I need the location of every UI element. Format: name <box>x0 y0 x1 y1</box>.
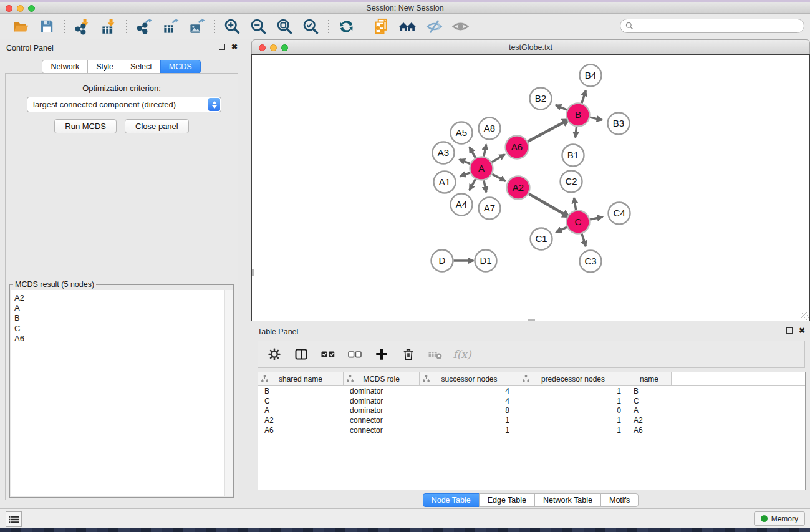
apply-layout-icon[interactable] <box>336 16 356 36</box>
zoom-in-icon[interactable] <box>222 16 242 36</box>
run-mcds-button[interactable]: Run MCDS <box>54 119 117 133</box>
cell-shared-name[interactable]: A6 <box>258 426 344 435</box>
close-panel-icon[interactable]: ✖ <box>231 44 238 50</box>
graph-node-B1[interactable]: B1 <box>562 145 584 167</box>
delete-column-icon[interactable] <box>400 346 417 362</box>
mcds-result-item[interactable]: B <box>14 313 233 323</box>
column-header-successor-nodes[interactable]: successor nodes <box>420 372 519 385</box>
hide-graphics-details-icon[interactable] <box>424 16 444 36</box>
cell-successor-nodes[interactable]: 4 <box>420 387 519 395</box>
memory-button[interactable]: Memory <box>754 511 805 526</box>
cell-successor-nodes[interactable]: 1 <box>420 426 519 435</box>
cell-predecessor-nodes[interactable]: 1 <box>519 426 627 435</box>
graph-node-C1[interactable]: C1 <box>531 228 552 250</box>
cell-name[interactable]: B <box>627 387 672 395</box>
table-row[interactable]: A2connector11A2 <box>258 415 805 425</box>
export-table-icon[interactable] <box>160 16 180 36</box>
criterion-dropdown[interactable]: largest connected component (directed) <box>27 97 221 112</box>
cell-successor-nodes[interactable]: 8 <box>420 406 519 415</box>
cell-shared-name[interactable]: A2 <box>258 416 344 425</box>
delete-table-icon[interactable] <box>427 346 443 362</box>
graph-node-C2[interactable]: C2 <box>561 171 582 193</box>
graph-edge-A-A3[interactable] <box>460 160 470 164</box>
cell-name[interactable]: A6 <box>627 426 672 435</box>
cell-name[interactable]: C <box>627 397 672 405</box>
cell-predecessor-nodes[interactable]: 0 <box>519 406 627 415</box>
split-view-icon[interactable] <box>293 346 309 362</box>
graph-node-B4[interactable]: B4 <box>580 65 602 87</box>
add-column-icon[interactable] <box>374 346 390 362</box>
graph-node-A[interactable]: A <box>470 157 493 180</box>
graph-node-B3[interactable]: B3 <box>608 113 630 135</box>
table-row[interactable]: Cdominator41C <box>258 396 805 406</box>
cell-shared-name[interactable]: C <box>258 397 344 405</box>
column-header-mcds-role[interactable]: MCDS role <box>344 372 420 385</box>
close-table-panel-icon[interactable]: ✖ <box>799 327 805 334</box>
graph-edge-A-A7[interactable] <box>484 180 486 192</box>
export-network-icon[interactable] <box>134 16 154 36</box>
tab-node-table[interactable]: Node Table <box>423 493 480 507</box>
network-window-titlebar[interactable]: testGlobe.txt <box>251 39 810 54</box>
cell-mcds-role[interactable]: dominator <box>344 387 420 395</box>
table-settings-icon[interactable] <box>266 346 282 362</box>
graph-node-A5[interactable]: A5 <box>451 122 473 144</box>
cell-predecessor-nodes[interactable]: 1 <box>519 387 627 395</box>
graph-node-A4[interactable]: A4 <box>451 194 473 216</box>
graph-edge-A-A8[interactable] <box>484 145 486 157</box>
mcds-result-list[interactable]: A2ABCA6 <box>11 290 233 496</box>
close-panel-button[interactable]: Close panel <box>125 119 189 133</box>
graph-edge-A6-B[interactable] <box>528 119 569 142</box>
mcds-result-item[interactable]: A2 <box>14 293 233 303</box>
graph-edge-A-A2[interactable] <box>492 174 506 181</box>
table-row[interactable]: A6connector11A6 <box>258 425 805 435</box>
cell-mcds-role[interactable]: connector <box>344 426 420 435</box>
graph-edge-A-A5[interactable] <box>470 147 476 158</box>
graph-edge-B-B4[interactable] <box>582 90 586 104</box>
tab-network[interactable]: Network <box>42 60 88 74</box>
graph-edge-B-B3[interactable] <box>590 117 602 120</box>
window-resize-grip[interactable] <box>801 312 809 320</box>
open-session-icon[interactable] <box>11 16 31 36</box>
graph-node-A8[interactable]: A8 <box>479 118 501 140</box>
graph-edge-A2-C[interactable] <box>529 194 570 218</box>
cell-predecessor-nodes[interactable]: 1 <box>519 397 627 405</box>
cell-successor-nodes[interactable]: 1 <box>420 416 519 425</box>
graph-edge-C-C3[interactable] <box>582 234 586 247</box>
graph-edge-B-B1[interactable] <box>576 127 577 137</box>
tab-style[interactable]: Style <box>87 60 122 74</box>
mcds-result-item[interactable]: C <box>14 324 233 334</box>
clone-network-icon[interactable] <box>372 16 392 36</box>
search-input[interactable] <box>634 19 804 32</box>
search-field[interactable] <box>620 19 804 33</box>
cell-shared-name[interactable]: B <box>258 387 344 395</box>
float-table-panel-icon[interactable] <box>786 327 793 334</box>
first-neighbors-icon[interactable] <box>398 16 418 36</box>
graph-edge-A-A6[interactable] <box>492 155 505 162</box>
cell-successor-nodes[interactable]: 4 <box>420 397 519 405</box>
graph-edge-C-C1[interactable] <box>556 227 567 232</box>
task-history-button[interactable] <box>6 511 22 527</box>
cell-mcds-role[interactable]: dominator <box>344 406 420 415</box>
cell-mcds-role[interactable]: connector <box>344 416 420 425</box>
column-header-shared-name[interactable]: shared name <box>258 372 344 385</box>
mcds-result-item[interactable]: A <box>14 303 233 313</box>
graph-edge-B-B2[interactable] <box>556 105 567 110</box>
apply-function-icon[interactable]: f(x) <box>454 346 470 362</box>
graph-node-C3[interactable]: C3 <box>580 251 602 273</box>
select-all-icon[interactable] <box>320 346 336 362</box>
graph-edge-A-A4[interactable] <box>470 179 476 190</box>
column-header-name[interactable]: name <box>627 372 672 385</box>
graph-node-A2[interactable]: A2 <box>507 177 530 200</box>
graph-node-B2[interactable]: B2 <box>530 88 552 110</box>
save-session-icon[interactable] <box>37 16 57 36</box>
node-table[interactable]: shared nameMCDS rolesuccessor nodesprede… <box>258 372 806 490</box>
zoom-selected-icon[interactable] <box>301 16 321 36</box>
column-header-predecessor-nodes[interactable]: predecessor nodes <box>519 372 627 385</box>
graph-node-B[interactable]: B <box>567 104 590 127</box>
graph-node-A1[interactable]: A1 <box>434 172 456 193</box>
graph-node-C[interactable]: C <box>567 211 590 234</box>
cell-name[interactable]: A2 <box>627 416 672 425</box>
result-list-scrollbar[interactable] <box>224 290 233 496</box>
graph-edge-A-A1[interactable] <box>460 173 470 177</box>
import-table-from-file-icon[interactable] <box>99 16 118 36</box>
